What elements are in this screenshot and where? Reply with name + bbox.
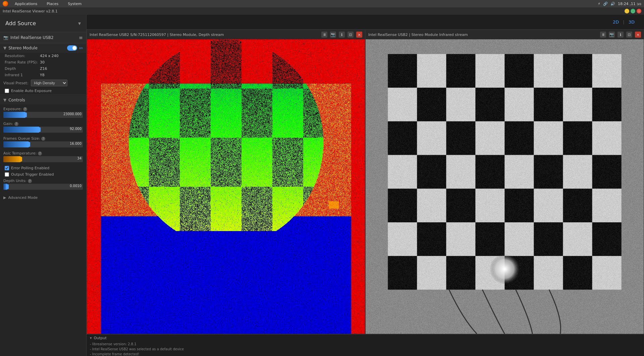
auto-exposure-checkbox[interactable] [5,89,9,93]
add-source-dropdown-icon[interactable]: ▾ [78,20,81,27]
advanced-mode-arrow: ▶ [3,195,6,200]
depth-pause-button[interactable]: ⏸ [321,32,327,38]
stereo-module-toggle[interactable] [67,45,77,51]
output-trigger-row[interactable]: Output Trigger Enabled [0,171,86,178]
exposure-help-icon[interactable]: ? [23,107,27,111]
depth-value: Z16 [40,66,47,71]
ir-stream-titlebar: Intel RealSense USB2 | Stereo Module Inf… [366,30,644,39]
close-button[interactable]: × [637,9,641,13]
output-section: ▾ Output - librealsense version: 2.8.1 -… [87,334,644,356]
advanced-mode-toggle[interactable]: ▶ Advanced Mode [0,194,86,202]
exposure-label: Exposure: [3,107,22,111]
main-layout: Add Source ▾ 📷 Intel RealSense USB2 ≡ ▼ … [0,15,644,356]
exposure-control: Exposure: ? 23000.000 [0,106,86,121]
visual-preset-label: Visual Preset: [3,81,28,85]
exposure-thumb[interactable] [24,113,27,117]
system-bar: Applications Places System ⚡ 🔗 🔊 18:24 ,… [0,0,644,7]
add-source-label: Add Source [5,20,36,27]
depth-close-button[interactable]: × [356,32,362,38]
framerate-row: Frame Rate (FPS): 30 [0,59,86,65]
depth-stream-viewport [87,39,365,334]
ir-stream-title: Intel RealSense USB2 | Stereo Module Inf… [368,33,468,37]
gain-thumb[interactable] [38,127,41,132]
menu-applications[interactable]: Applications [12,1,40,7]
exposure-label-row: Exposure: ? [3,107,83,111]
infrared-label: Infrared 1 [5,73,40,77]
menu-places[interactable]: Places [44,1,61,7]
right-content: 2D | 3D Intel RealSense USB2 S/N:7251120… [87,15,644,356]
controls-arrow: ▼ [3,98,6,102]
asic-temp-help-icon[interactable]: ? [38,151,42,155]
depth-expand-button[interactable]: ⊡ [347,32,354,38]
system-bar-menu[interactable]: Applications Places System [3,1,84,7]
controls-section-header[interactable]: ▼ Controls [0,96,86,104]
gain-label: Gain: [3,122,13,126]
gain-label-row: Gain: ? [3,122,83,126]
exposure-slider[interactable]: 23000.000 [3,112,83,118]
visual-preset-select[interactable]: High Density Default Hand High Accuracy … [31,80,67,86]
minimize-button[interactable]: − [625,9,629,13]
frames-queue-value: 16.000 [70,142,82,145]
depth-camera-button[interactable]: 📷 [330,32,336,38]
ir-pause-button[interactable]: ⏸ [600,32,606,38]
ir-info-button[interactable]: ℹ [618,32,624,38]
device-menu-icon[interactable]: ≡ [79,35,83,40]
view-2d-button[interactable]: 2D [609,18,623,26]
gain-value: 92.000 [70,127,82,131]
output-trigger-checkbox[interactable] [5,172,9,177]
frames-queue-fill [3,141,29,147]
frames-queue-help-icon[interactable]: ? [41,137,45,141]
frames-queue-label: Frames Queue Size: [3,136,40,141]
add-source-header[interactable]: Add Source ▾ [0,15,86,32]
depth-info-button[interactable]: ℹ [339,32,345,38]
depth-units-thumb[interactable] [6,184,9,189]
error-polling-row[interactable]: Error Polling Enabled [0,165,86,171]
view-3d-button[interactable]: 3D [625,18,639,26]
maximize-button[interactable]: □ [631,9,635,13]
left-panel: Add Source ▾ 📷 Intel RealSense USB2 ≡ ▼ … [0,15,87,356]
streams-row: Intel RealSense USB2 S/N:725112060597 | … [87,30,644,334]
output-trigger-label: Output Trigger Enabled [11,172,54,177]
stereo-module-header[interactable]: ▼ Stereo Module on [0,43,86,53]
asic-temp-label: Asic Temperature: [3,151,37,155]
depth-units-label-row: Depth Units: ? [3,179,83,183]
asic-temp-slider[interactable]: 34 [3,156,83,162]
frames-queue-label-row: Frames Queue Size: ? [3,136,83,141]
depth-units-control: Depth Units: ? 0.0010 [0,178,86,192]
ir-expand-button[interactable]: ⊡ [626,32,632,38]
depth-units-help-icon[interactable]: ? [28,179,32,183]
firefox-icon [3,1,8,6]
infrared-value: Y8 [40,73,45,77]
output-header[interactable]: ▾ Output [90,336,641,340]
depth-units-slider[interactable]: 0.0010 [3,184,83,190]
stereo-module-label: Stereo Module [8,46,38,50]
exposure-fill [3,112,25,118]
stereo-module-arrow: ▼ [3,46,6,50]
stereo-module-toggle-group: on [67,45,83,51]
error-polling-label: Error Polling Enabled [11,166,49,170]
frames-queue-thumb[interactable] [28,142,30,147]
asic-temp-thumb[interactable] [19,157,22,162]
depth-stream-title: Intel RealSense USB2 S/N:725112060597 | … [90,33,224,37]
menu-system[interactable]: System [65,1,84,7]
titlebar-controls[interactable]: − □ × [625,9,641,13]
gain-slider[interactable]: 92.000 [3,127,83,133]
error-polling-checkbox[interactable] [5,166,9,170]
divider-1 [0,95,86,95]
bluetooth-icon: ⚡ [598,2,600,6]
asic-temp-control: Asic Temperature: ? 34 [0,150,86,165]
framerate-label: Frame Rate (FPS): [5,60,40,64]
infrared-row: Infrared 1 Y8 [0,72,86,78]
ir-stream-controls[interactable]: ⏸ 📷 ℹ ⊡ × [600,32,641,38]
app-title: Intel RealSense Viewer v2.8.1 [3,9,58,13]
ir-close-button[interactable]: × [635,32,641,38]
auto-exposure-row[interactable]: Enable Auto Exposure [0,88,86,94]
ir-camera-button[interactable]: 📷 [609,32,615,38]
speaker-icon: 🔊 [610,2,615,6]
gain-help-icon[interactable]: ? [14,122,18,126]
stream-area: Intel RealSense USB2 S/N:725112060597 | … [87,30,644,356]
depth-stream-controls[interactable]: ⏸ 📷 ℹ ⊡ × [321,32,362,38]
frames-queue-slider[interactable]: 16.000 [3,141,83,147]
depth-units-label: Depth Units: [3,179,26,183]
ir-stream-canvas [366,39,644,334]
